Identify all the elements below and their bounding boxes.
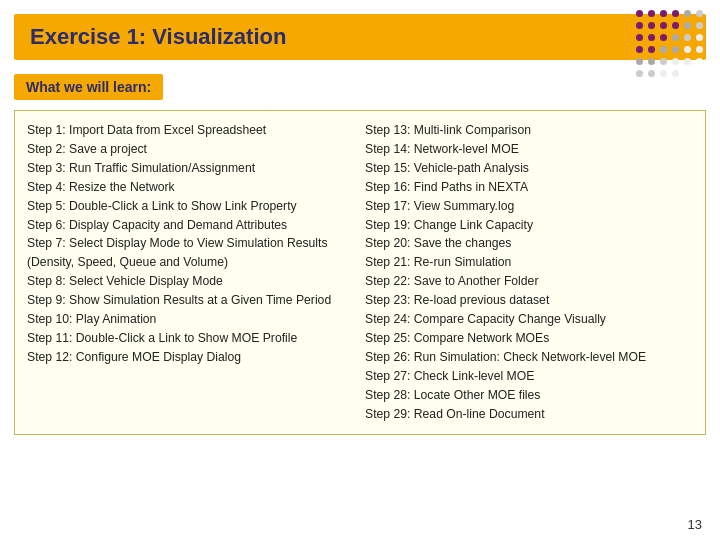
dot <box>696 70 703 77</box>
dot <box>648 22 655 29</box>
list-item: Step 2: Save a project <box>27 140 355 159</box>
dot <box>696 46 703 53</box>
dot <box>684 46 691 53</box>
dot <box>684 58 691 65</box>
dot <box>660 34 667 41</box>
list-item: Step 14: Network-level MOE <box>365 140 693 159</box>
dot <box>636 22 643 29</box>
dot <box>672 70 679 77</box>
right-column: Step 13: Multi-link ComparisonStep 14: N… <box>365 121 693 424</box>
dot <box>672 10 679 17</box>
dot <box>636 34 643 41</box>
slide-title: Exercise 1: Visualization <box>14 14 706 60</box>
dot <box>648 34 655 41</box>
list-item: Step 27: Check Link-level MOE <box>365 367 693 386</box>
content-box: Step 1: Import Data from Excel Spreadshe… <box>14 110 706 435</box>
list-item: Step 10: Play Animation <box>27 310 355 329</box>
dot <box>648 46 655 53</box>
dot <box>636 10 643 17</box>
list-item: Step 5: Double-Click a Link to Show Link… <box>27 197 355 216</box>
dot <box>672 46 679 53</box>
list-item: Step 22: Save to Another Folder <box>365 272 693 291</box>
slide-subtitle: What we will learn: <box>14 74 163 100</box>
list-item: Step 12: Configure MOE Display Dialog <box>27 348 355 367</box>
list-item: Step 19: Change Link Capacity <box>365 216 693 235</box>
dot <box>660 22 667 29</box>
list-item: Step 20: Save the changes <box>365 234 693 253</box>
list-item: Step 8: Select Vehicle Display Mode <box>27 272 355 291</box>
list-item: Step 15: Vehicle-path Analysis <box>365 159 693 178</box>
dot <box>660 58 667 65</box>
list-item: Step 23: Re-load previous dataset <box>365 291 693 310</box>
list-item: Step 3: Run Traffic Simulation/Assignmen… <box>27 159 355 178</box>
dot <box>696 58 703 65</box>
dot <box>684 22 691 29</box>
list-item: Step 16: Find Paths in NEXTA <box>365 178 693 197</box>
list-item: Step 26: Run Simulation: Check Network-l… <box>365 348 693 367</box>
dot <box>684 34 691 41</box>
list-item: Step 21: Re-run Simulation <box>365 253 693 272</box>
dot <box>672 22 679 29</box>
dot <box>636 46 643 53</box>
slide-container: Exercise 1: Visualization What we will l… <box>0 0 720 540</box>
dot <box>696 22 703 29</box>
dot <box>696 10 703 17</box>
list-item: Step 29: Read On-line Document <box>365 405 693 424</box>
list-item: Step 1: Import Data from Excel Spreadshe… <box>27 121 355 140</box>
list-item: Step 11: Double-Click a Link to Show MOE… <box>27 329 355 348</box>
dot <box>660 70 667 77</box>
dot <box>660 46 667 53</box>
page-number: 13 <box>688 517 702 532</box>
list-item: Step 25: Compare Network MOEs <box>365 329 693 348</box>
dot <box>672 58 679 65</box>
dot <box>648 58 655 65</box>
dot <box>636 70 643 77</box>
list-item: Step 6: Display Capacity and Demand Attr… <box>27 216 355 235</box>
dot <box>660 10 667 17</box>
list-item: Step 24: Compare Capacity Change Visuall… <box>365 310 693 329</box>
dot <box>684 70 691 77</box>
list-item: Step 28: Locate Other MOE files <box>365 386 693 405</box>
list-item: Step 13: Multi-link Comparison <box>365 121 693 140</box>
dot <box>696 34 703 41</box>
left-column: Step 1: Import Data from Excel Spreadshe… <box>27 121 355 424</box>
dot <box>636 58 643 65</box>
dot <box>648 10 655 17</box>
dot-grid-decoration <box>636 10 706 80</box>
list-item: Step 4: Resize the Network <box>27 178 355 197</box>
dot <box>648 70 655 77</box>
list-item: Step 17: View Summary.log <box>365 197 693 216</box>
dot <box>672 34 679 41</box>
dot <box>684 10 691 17</box>
list-item: Step 7: Select Display Mode to View Simu… <box>27 234 355 272</box>
list-item: Step 9: Show Simulation Results at a Giv… <box>27 291 355 310</box>
